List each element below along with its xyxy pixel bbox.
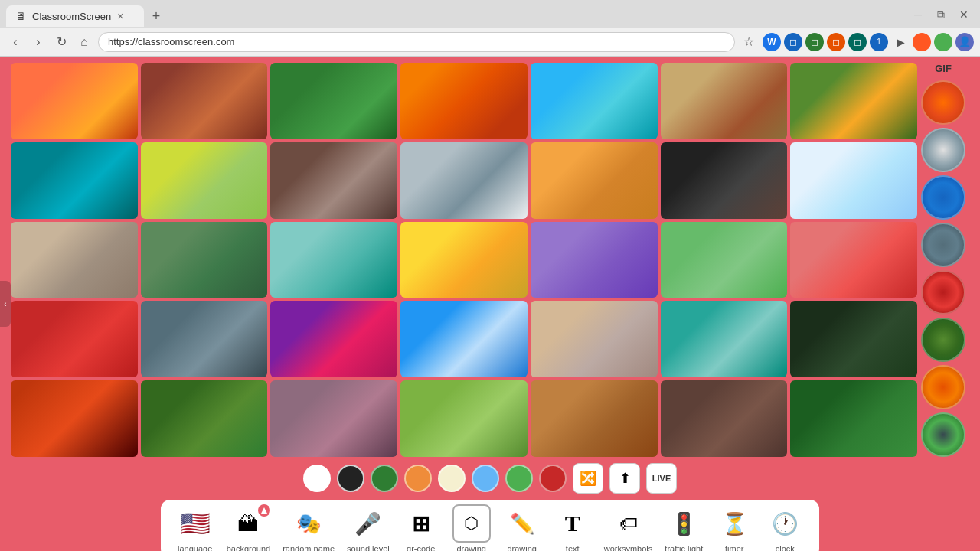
widget-icon-drawing1: ⬡ bbox=[452, 504, 491, 543]
minimize-button[interactable]: ─ bbox=[908, 5, 928, 24]
background-image-7[interactable] bbox=[11, 142, 138, 219]
background-image-22[interactable] bbox=[141, 301, 268, 377]
background-image-2[interactable] bbox=[270, 63, 397, 139]
background-image-13[interactable] bbox=[790, 142, 917, 219]
tool-button-upload[interactable]: ⬆ bbox=[609, 463, 640, 494]
ext-circle1[interactable] bbox=[913, 33, 931, 51]
background-image-4[interactable] bbox=[531, 63, 658, 139]
forward-button[interactable]: › bbox=[29, 33, 47, 51]
gif-item-6[interactable] bbox=[921, 365, 965, 409]
back-button[interactable]: ‹ bbox=[6, 33, 24, 51]
tool-button-live[interactable]: LIVE bbox=[646, 463, 677, 494]
background-image-15[interactable] bbox=[141, 222, 268, 298]
address-bar-row: ‹ › ↻ ⌂ https://classroomscreen.com ☆ W … bbox=[0, 28, 980, 57]
color-dot-dark red[interactable] bbox=[539, 465, 567, 492]
widget-label-worksymbols: worksymbols bbox=[604, 544, 653, 551]
color-dot-black[interactable] bbox=[337, 465, 364, 492]
color-dot-cream[interactable] bbox=[438, 465, 466, 492]
widget-timer[interactable]: ⏳timer bbox=[715, 504, 753, 551]
gif-item-3[interactable] bbox=[921, 223, 965, 267]
active-tab[interactable]: 🖥 ClassroomScreen × bbox=[6, 5, 144, 27]
background-image-33[interactable] bbox=[661, 380, 788, 457]
widget-drawing2[interactable]: ✏️drawing bbox=[503, 504, 541, 551]
widget-icon-worksymbols: 🏷 bbox=[609, 504, 648, 543]
widget-icon-timer: ⏳ bbox=[715, 504, 753, 543]
widget-qr-code[interactable]: ⊞qr-code bbox=[402, 504, 440, 551]
color-dot-orange[interactable] bbox=[404, 465, 432, 492]
window-controls: ─ ⧉ ✕ bbox=[908, 5, 980, 24]
gif-item-0[interactable] bbox=[921, 80, 965, 125]
tab-close-button[interactable]: × bbox=[117, 10, 123, 22]
background-image-26[interactable] bbox=[661, 301, 788, 377]
widget-traffic-light[interactable]: 🚦traffic light bbox=[665, 504, 703, 551]
background-image-31[interactable] bbox=[400, 380, 528, 457]
background-image-20[interactable] bbox=[790, 222, 917, 298]
background-image-1[interactable] bbox=[141, 63, 268, 139]
background-image-18[interactable] bbox=[531, 222, 658, 298]
gif-item-1[interactable] bbox=[921, 128, 965, 172]
gif-item-7[interactable] bbox=[921, 412, 965, 457]
tool-bar: 🔀⬆LIVE bbox=[0, 457, 980, 500]
bookmark-button[interactable]: ☆ bbox=[740, 33, 758, 51]
url-bar[interactable]: https://classroomscreen.com bbox=[98, 32, 735, 52]
background-image-8[interactable] bbox=[141, 142, 268, 219]
background-image-21[interactable] bbox=[11, 301, 138, 377]
background-image-28[interactable] bbox=[11, 380, 138, 457]
color-dot-dark green[interactable] bbox=[371, 465, 398, 492]
maximize-button[interactable]: ⧉ bbox=[931, 5, 951, 24]
ext-play-icon[interactable]: ▶ bbox=[891, 33, 910, 51]
background-image-12[interactable] bbox=[661, 142, 788, 219]
widget-random-name[interactable]: 🎭random name bbox=[283, 504, 335, 551]
gif-item-4[interactable] bbox=[921, 270, 965, 315]
background-image-11[interactable] bbox=[531, 142, 658, 219]
background-image-17[interactable] bbox=[400, 222, 528, 298]
reload-button[interactable]: ↻ bbox=[52, 33, 70, 51]
close-window-button[interactable]: ✕ bbox=[954, 5, 974, 24]
ext-blue-icon[interactable]: ◻ bbox=[784, 33, 802, 51]
background-image-30[interactable] bbox=[270, 380, 397, 457]
home-button[interactable]: ⌂ bbox=[75, 33, 93, 51]
background-image-32[interactable] bbox=[531, 380, 658, 457]
tool-button-shuffle[interactable]: 🔀 bbox=[573, 463, 603, 494]
widget-bar-wrapper: 🇺🇸language🏔background🎭random name🎤sound … bbox=[0, 500, 980, 551]
background-image-29[interactable] bbox=[141, 380, 268, 457]
background-image-3[interactable] bbox=[400, 63, 528, 139]
color-dot-green[interactable] bbox=[505, 465, 533, 492]
gif-item-2[interactable] bbox=[921, 175, 965, 220]
background-image-5[interactable] bbox=[661, 63, 788, 139]
background-image-14[interactable] bbox=[11, 222, 138, 298]
background-image-16[interactable] bbox=[270, 222, 397, 298]
widget-background[interactable]: 🏔background bbox=[227, 504, 271, 551]
ext-teal-icon[interactable]: ◻ bbox=[848, 33, 867, 51]
gif-sidebar: GIF bbox=[917, 63, 969, 457]
widget-language[interactable]: 🇺🇸language bbox=[176, 504, 214, 551]
background-image-19[interactable] bbox=[661, 222, 788, 298]
ext-user-icon[interactable]: 👤 bbox=[956, 33, 974, 51]
widget-icon-traffic-light: 🚦 bbox=[665, 504, 703, 543]
background-image-9[interactable] bbox=[270, 142, 397, 219]
widget-drawing1[interactable]: ⬡drawing bbox=[452, 504, 491, 551]
background-image-6[interactable] bbox=[790, 63, 917, 139]
color-dot-white[interactable] bbox=[303, 465, 331, 492]
new-tab-button[interactable]: + bbox=[147, 7, 165, 25]
ext-badge-icon[interactable]: 1 bbox=[870, 33, 888, 51]
widget-text[interactable]: Ttext bbox=[554, 504, 592, 551]
ext-w-icon[interactable]: W bbox=[763, 33, 781, 51]
background-image-25[interactable] bbox=[531, 301, 658, 377]
background-image-27[interactable] bbox=[790, 301, 917, 377]
widget-worksymbols[interactable]: 🏷worksymbols bbox=[604, 504, 653, 551]
ext-green-icon[interactable]: ◻ bbox=[805, 33, 824, 51]
gif-item-5[interactable] bbox=[921, 318, 965, 362]
background-image-23[interactable] bbox=[270, 301, 397, 377]
widget-clock[interactable]: 🕐clock bbox=[766, 504, 804, 551]
ext-orange-icon[interactable]: ◻ bbox=[827, 33, 845, 51]
color-dot-light blue[interactable] bbox=[472, 465, 499, 492]
background-image-10[interactable] bbox=[400, 142, 528, 219]
background-image-24[interactable] bbox=[400, 301, 528, 377]
widget-sound-level[interactable]: 🎤sound level bbox=[347, 504, 390, 551]
ext-circle2[interactable] bbox=[934, 33, 952, 51]
side-toggle-button[interactable]: ‹ bbox=[0, 281, 11, 327]
background-image-34[interactable] bbox=[790, 380, 917, 457]
widget-label-language: language bbox=[178, 544, 212, 551]
background-image-0[interactable] bbox=[11, 63, 138, 139]
